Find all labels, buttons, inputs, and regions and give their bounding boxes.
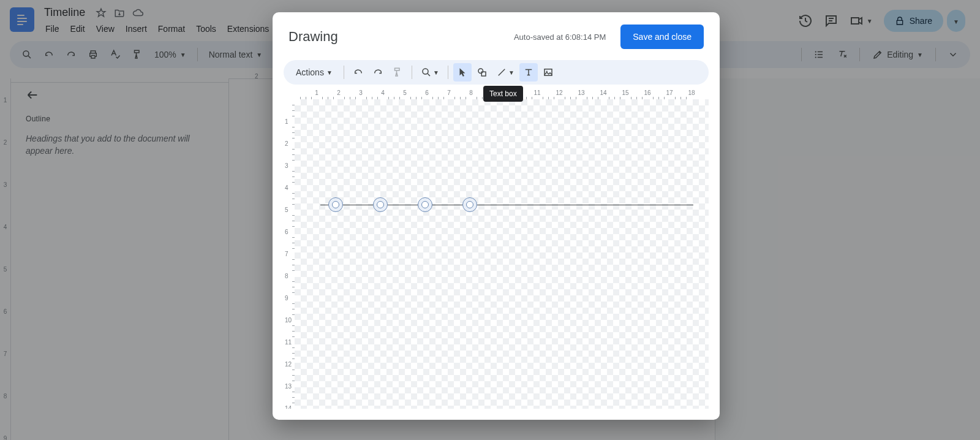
ruler-mark: 15 [622,89,628,96]
actions-label: Actions [296,67,324,77]
ruler-mark: 17 [666,89,673,96]
timeline-node[interactable] [328,197,343,212]
ruler-mark: 9 [285,295,288,302]
redo-icon[interactable] [369,63,387,82]
ruler-mark: 7 [447,89,451,96]
svg-point-14 [423,69,428,74]
undo-icon[interactable] [349,63,368,82]
drawing-canvas[interactable] [295,99,709,409]
shape-tool[interactable] [473,63,491,82]
separator [448,66,448,79]
timeline-node[interactable] [462,197,477,212]
svg-point-16 [478,69,483,74]
ruler-mark: 12 [556,89,562,96]
ruler-mark: 6 [425,89,429,96]
ruler-mark: 6 [285,229,288,235]
ruler-mark: 8 [285,273,288,279]
ruler-mark: 16 [644,89,650,96]
chevron-down-icon: ▼ [326,69,333,76]
drawing-toolbar: Actions ▼ ▼ ▼ Text box [284,60,709,85]
tooltip: Text box [483,86,523,102]
ruler-mark: 5 [403,89,407,96]
autosave-status: Auto-saved at 6:08:14 PM [514,32,606,42]
drawing-dialog: Drawing Auto-saved at 6:08:14 PM Save an… [273,12,720,420]
ruler-mark: 18 [688,89,695,96]
ruler-mark: 1 [285,118,288,125]
chevron-down-icon: ▼ [508,69,514,76]
text-box-tool[interactable] [519,63,538,82]
ruler-mark: 4 [285,184,288,191]
ruler-mark: 12 [285,361,292,368]
ruler-mark: 4 [381,89,385,96]
ruler-mark: 14 [600,89,606,96]
svg-line-18 [499,69,505,76]
ruler-mark: 13 [578,89,584,96]
ruler-mark: 11 [533,89,540,96]
ruler-mark: 3 [359,89,363,96]
ruler-mark: 2 [337,89,341,96]
ruler-mark: 5 [285,207,288,213]
paint-format-icon[interactable] [388,63,407,82]
ruler-mark: 14 [285,405,292,409]
timeline-node[interactable] [373,197,388,212]
separator [412,66,412,79]
ruler-mark: 3 [285,162,288,169]
svg-line-15 [428,74,430,76]
zoom-tool[interactable]: ▼ [417,63,443,82]
chevron-down-icon: ▼ [433,69,439,76]
drawing-ruler-v: 1234567891011121314 [284,99,295,409]
dialog-header: Drawing Auto-saved at 6:08:14 PM Save an… [273,12,720,53]
ruler-mark: 13 [285,383,292,390]
ruler-mark: 1 [315,89,318,96]
ruler-mark: 10 [285,317,292,324]
save-and-close-button[interactable]: Save and close [620,25,704,49]
dialog-title: Drawing [288,29,338,45]
select-tool[interactable] [453,63,472,82]
ruler-mark: 11 [285,339,292,346]
canvas-area: 123456789101112131415161718 123456789101… [284,88,709,409]
line-tool[interactable]: ▼ [492,63,518,82]
separator [344,66,344,79]
image-tool[interactable] [539,63,557,82]
ruler-mark: 7 [285,251,288,257]
ruler-mark: 2 [285,140,288,147]
actions-menu[interactable]: Actions ▼ [290,65,339,80]
timeline-node[interactable] [418,197,432,212]
svg-rect-19 [545,69,552,76]
ruler-mark: 8 [469,89,473,96]
